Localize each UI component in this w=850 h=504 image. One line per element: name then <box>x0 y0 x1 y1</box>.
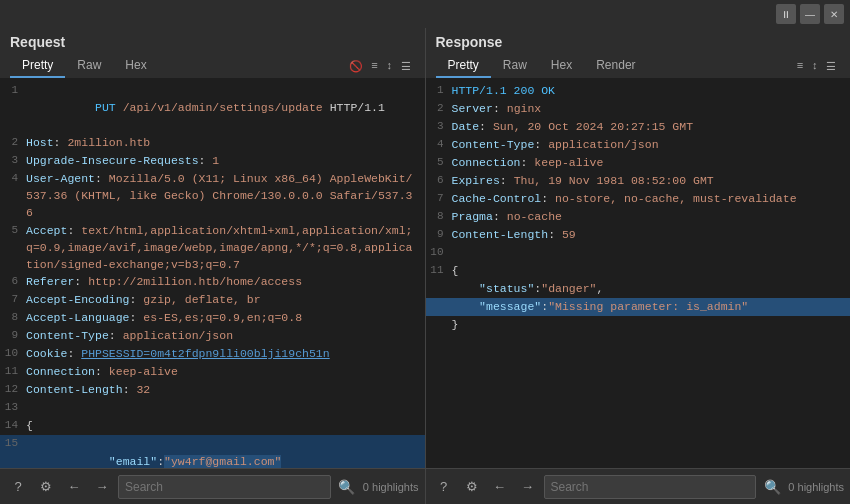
request-bottom-bar: ? ⚙ ← → 🔍 0 highlights <box>0 468 425 504</box>
top-bar: ⏸ — ✕ <box>0 0 850 28</box>
tab-response-pretty[interactable]: Pretty <box>436 54 491 78</box>
response-panel: Response Pretty Raw Hex Render ≡ ↕ ☰ 1 H… <box>426 28 851 468</box>
table-row: 1 HTTP/1.1 200 OK <box>426 82 851 100</box>
table-row: 7 Cache-Control: no-store, no-cache, mus… <box>426 190 851 208</box>
tab-request-raw[interactable]: Raw <box>65 54 113 78</box>
table-row: 11 { <box>426 262 851 280</box>
minimize-button[interactable]: — <box>800 4 820 24</box>
request-forward-button[interactable]: → <box>90 475 114 499</box>
response-search-button[interactable]: 🔍 <box>760 475 784 499</box>
table-row: 3 Date: Sun, 20 Oct 2024 20:27:15 GMT <box>426 118 851 136</box>
table-row: "message":"Missing parameter: is_admin" <box>426 298 851 316</box>
http-method: PUT <box>95 101 123 114</box>
request-help-button[interactable]: ? <box>6 475 30 499</box>
table-row: 15 "email":"yw4rf@gmail.com" <box>0 435 425 468</box>
request-highlights-count: 0 highlights <box>363 481 419 493</box>
request-header: Request Pretty Raw Hex 🚫 ≡ ↕ ☰ <box>0 28 425 78</box>
table-row: 6 Expires: Thu, 19 Nov 1981 08:52:00 GMT <box>426 172 851 190</box>
table-row: 5 Accept: text/html,application/xhtml+xm… <box>0 222 425 274</box>
table-row: 6 Referer: http://2million.htb/home/acce… <box>0 273 425 291</box>
request-settings-button[interactable]: ⚙ <box>34 475 58 499</box>
table-row: 4 Content-Type: application/json <box>426 136 851 154</box>
table-row: 8 Accept-Language: es-ES,es;q=0.9,en;q=0… <box>0 309 425 327</box>
response-back-button[interactable]: ← <box>488 475 512 499</box>
table-row: 9 Content-Length: 59 <box>426 226 851 244</box>
menu-icon[interactable]: ☰ <box>397 56 415 77</box>
response-highlights-count: 0 highlights <box>788 481 844 493</box>
response-tabs: Pretty Raw Hex Render ≡ ↕ ☰ <box>436 54 841 78</box>
request-search-button[interactable]: 🔍 <box>335 475 359 499</box>
wrap-icon[interactable]: ↕ <box>382 56 397 76</box>
tab-response-hex[interactable]: Hex <box>539 54 584 78</box>
table-row: 1 PUT /api/v1/admin/settings/update HTTP… <box>0 82 425 134</box>
table-row: 13 <box>0 399 425 417</box>
response-bottom-bar: ? ⚙ ← → 🔍 0 highlights <box>425 468 851 504</box>
request-back-button[interactable]: ← <box>62 475 86 499</box>
response-help-button[interactable]: ? <box>432 475 456 499</box>
table-row: "status":"danger", <box>426 280 851 298</box>
table-row: 10 Cookie: PHPSESSID=0m4t2fdpn9lli00blji… <box>0 345 425 363</box>
table-row: 7 Accept-Encoding: gzip, deflate, br <box>0 291 425 309</box>
table-row: 14 { <box>0 417 425 435</box>
close-button[interactable]: ✕ <box>824 4 844 24</box>
response-format-icon[interactable]: ≡ <box>793 56 808 76</box>
no-intercept-icon[interactable]: 🚫 <box>345 56 367 77</box>
table-row: 10 <box>426 244 851 262</box>
table-row: 2 Host: 2million.htb <box>0 134 425 152</box>
response-search-input[interactable] <box>544 475 757 499</box>
tab-request-hex[interactable]: Hex <box>113 54 158 78</box>
response-wrap-icon[interactable]: ↕ <box>807 56 822 76</box>
pause-button[interactable]: ⏸ <box>776 4 796 24</box>
bottom-bar: ? ⚙ ← → 🔍 0 highlights ? ⚙ ← → 🔍 0 highl… <box>0 468 850 504</box>
request-tabs: Pretty Raw Hex 🚫 ≡ ↕ ☰ <box>10 54 415 78</box>
request-content: 1 PUT /api/v1/admin/settings/update HTTP… <box>0 78 425 468</box>
panels: Request Pretty Raw Hex 🚫 ≡ ↕ ☰ 1 PUT /ap… <box>0 28 850 468</box>
table-row: 4 User-Agent: Mozilla/5.0 (X11; Linux x8… <box>0 170 425 222</box>
table-row: 11 Connection: keep-alive <box>0 363 425 381</box>
response-forward-button[interactable]: → <box>516 475 540 499</box>
tab-response-render[interactable]: Render <box>584 54 647 78</box>
table-row: 5 Connection: keep-alive <box>426 154 851 172</box>
response-content: 1 HTTP/1.1 200 OK 2 Server: nginx 3 Date… <box>426 78 851 468</box>
table-row: 3 Upgrade-Insecure-Requests: 1 <box>0 152 425 170</box>
tab-request-pretty[interactable]: Pretty <box>10 54 65 78</box>
table-row: 2 Server: nginx <box>426 100 851 118</box>
table-row: 9 Content-Type: application/json <box>0 327 425 345</box>
request-title: Request <box>10 34 415 50</box>
table-row: 8 Pragma: no-cache <box>426 208 851 226</box>
table-row: } <box>426 316 851 334</box>
tab-response-raw[interactable]: Raw <box>491 54 539 78</box>
request-panel: Request Pretty Raw Hex 🚫 ≡ ↕ ☰ 1 PUT /ap… <box>0 28 426 468</box>
request-search-input[interactable] <box>118 475 331 499</box>
response-menu-icon[interactable]: ☰ <box>822 56 840 77</box>
response-header: Response Pretty Raw Hex Render ≡ ↕ ☰ <box>426 28 851 78</box>
format-icon[interactable]: ≡ <box>367 56 382 76</box>
response-settings-button[interactable]: ⚙ <box>460 475 484 499</box>
response-title: Response <box>436 34 841 50</box>
table-row: 12 Content-Length: 32 <box>0 381 425 399</box>
